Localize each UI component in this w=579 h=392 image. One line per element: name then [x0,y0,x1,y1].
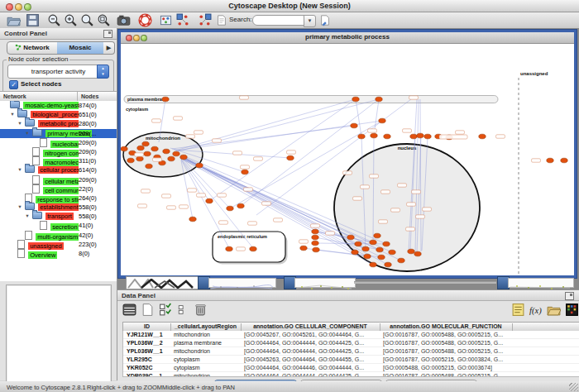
expander-icon[interactable]: ▼ [17,165,23,174]
snapshot-camera-icon[interactable] [117,13,131,27]
network-node[interactable] [414,251,421,256]
tree-row[interactable]: nucleobase- 209(0) [0,138,117,147]
tree-row[interactable]: ▼ metabolic process 280(0) [0,119,117,128]
expander-icon[interactable]: ▼ [24,129,31,138]
tab-overflow-arrow[interactable]: ▶ [103,41,115,55]
table-row[interactable]: YJR121W__1 mitochondrion [GO:0045267, GO… [123,331,579,339]
formula-icon[interactable]: f(x) [529,303,543,317]
save-session-icon[interactable] [26,13,40,27]
table-row[interactable]: YPL036W__1 mitochondrion [GO:0044464, GO… [123,347,579,356]
network-node[interactable] [351,123,357,128]
network-node[interactable] [364,254,371,259]
notes-icon[interactable] [511,303,525,317]
delete-attribute-trash-icon[interactable] [194,303,208,317]
table-row[interactable]: YPL036W__2 plasma membrane [GO:0044464, … [123,339,579,347]
table-row[interactable]: YLR295C cytoplasm [GO:0045263, GO:004446… [123,356,579,364]
network-node[interactable] [137,146,144,151]
network-node[interactable] [383,241,390,246]
network-node[interactable] [168,156,175,161]
tree-row[interactable]: cellular metabol 209(0) [0,175,117,184]
network-node[interactable] [136,156,143,161]
layout-icon-1[interactable] [176,13,190,27]
combo-stepper-icon[interactable]: ▲▼ [97,65,109,79]
network-node[interactable] [180,155,187,160]
network-node[interactable] [287,155,294,160]
expander-icon[interactable]: ▼ [17,203,23,212]
new-attribute-icon[interactable] [141,303,155,317]
network-node[interactable] [347,235,354,240]
search-input[interactable] [252,15,310,26]
tree-row[interactable]: response to stimul 264(0) [0,194,117,203]
network-node[interactable] [379,118,385,123]
vizmapper-icon[interactable] [160,13,172,27]
expander-icon[interactable]: ▼ [24,212,31,221]
network-node[interactable] [398,258,404,263]
network-node[interactable] [417,133,423,138]
import-attributes-folder-icon[interactable] [547,303,561,317]
network-node[interactable] [424,134,431,139]
network-node[interactable] [237,203,244,208]
tree-row[interactable]: unassigned 223(0) [0,240,117,249]
layout-icon-2[interactable] [198,13,212,27]
network-node[interactable] [362,246,369,251]
tree-row[interactable]: multi-organism pro 42(0) [0,231,117,240]
network-node[interactable] [547,158,553,163]
network-node[interactable] [242,170,248,174]
network-node[interactable] [352,250,358,255]
network-node[interactable] [384,134,390,139]
tree-row[interactable]: secretion 41(0) [0,221,117,230]
network-node[interactable] [370,262,376,267]
expander-icon[interactable]: ▼ [9,110,16,119]
network-node[interactable] [410,134,417,139]
tree-row[interactable]: ▼ establishment of lo 558(0) [0,203,117,212]
column-header-id[interactable]: ID [123,323,171,331]
search-options-icon[interactable] [319,13,331,27]
network-node[interactable] [146,164,152,169]
network-node[interactable] [374,233,380,238]
tree-row[interactable]: cell communicat 22(0) [0,184,117,194]
network-node[interactable] [250,246,256,251]
tree-row[interactable]: ▼ primary metabo 209(... [0,129,117,138]
network-node[interactable] [479,134,486,139]
network-node[interactable] [376,247,383,252]
tree-row[interactable]: ▼ biological_process 651(0) [0,110,117,119]
network-node[interactable] [144,151,151,156]
network-node[interactable] [226,246,232,251]
float-panel-icon[interactable] [565,292,574,300]
network-node[interactable] [127,158,134,163]
network-node[interactable] [162,97,169,102]
matrix-icon[interactable] [565,303,579,317]
network-node[interactable] [408,249,414,254]
network-node[interactable] [312,235,318,240]
network-node[interactable] [312,241,318,246]
network-canvas[interactable]: plasma membranecytoplasmmitochondrionnuc… [121,44,574,275]
zoom-out-icon[interactable] [47,13,61,27]
annotation-icon[interactable] [216,13,227,27]
column-header-cellular-component[interactable]: annotation.GO CELLULAR_COMPONENT [241,323,380,331]
float-panel-icon[interactable] [103,30,112,38]
network-node[interactable] [561,158,567,163]
zoom-in-icon[interactable] [64,13,78,27]
tree-row[interactable]: ▼ cellular process 614(0) [0,165,117,174]
network-node[interactable] [355,241,361,246]
help-lifering-icon[interactable] [138,13,152,27]
attribute-table-icon[interactable] [122,303,136,317]
network-node[interactable] [121,146,127,151]
expander-icon[interactable]: ▼ [17,119,23,128]
tab-network[interactable]: Network [7,41,58,55]
network-view-window[interactable]: primary metabolic process plasma membran… [118,30,577,278]
open-file-icon[interactable] [7,13,21,27]
tab-mosaic[interactable]: Mosaic [57,41,104,55]
network-node[interactable] [151,146,158,151]
column-header-molecular-function[interactable]: annotation.GO MOLECULAR_FUNCTION [380,323,513,331]
tree-row[interactable]: Overview 8(0) [0,249,117,258]
background-window-strip[interactable] [208,278,276,288]
attribute-combo-box[interactable]: transporter activity ▲▼ [7,65,109,79]
background-window-overview[interactable] [126,276,199,289]
network-node[interactable] [370,240,376,245]
network-node[interactable] [312,229,318,234]
network-node[interactable] [206,198,213,203]
column-header-region[interactable]: _cellularLayoutRegion [170,323,242,331]
tree-row[interactable]: nitrogen compo 209(0) [0,147,117,156]
network-node[interactable] [385,262,391,267]
